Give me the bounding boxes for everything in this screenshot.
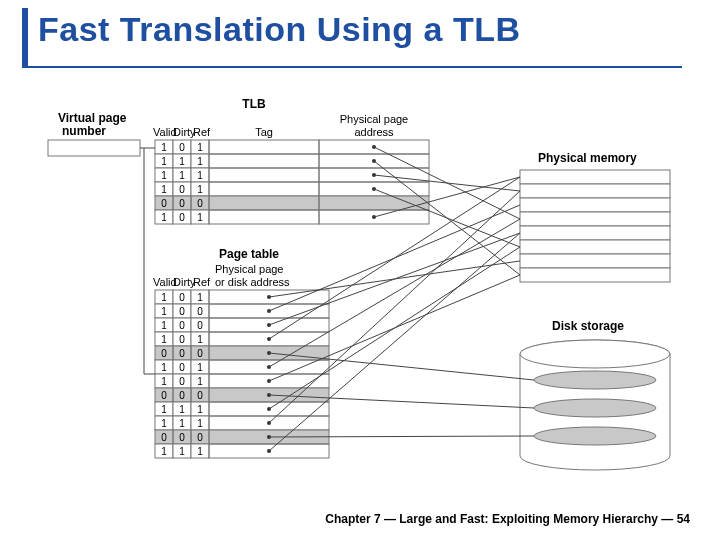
svg-text:Ref: Ref: [193, 126, 211, 138]
svg-text:1: 1: [161, 446, 167, 457]
svg-text:1: 1: [197, 292, 203, 303]
svg-text:0: 0: [179, 348, 185, 359]
svg-text:1: 1: [197, 376, 203, 387]
svg-text:Disk storage: Disk storage: [552, 319, 624, 333]
svg-text:1: 1: [179, 418, 185, 429]
svg-text:or disk address: or disk address: [215, 276, 290, 288]
svg-text:1: 1: [197, 334, 203, 345]
svg-rect-0: [48, 140, 140, 156]
svg-text:Tag: Tag: [255, 126, 273, 138]
svg-text:0: 0: [197, 198, 203, 209]
svg-text:0: 0: [161, 390, 167, 401]
svg-text:1: 1: [179, 156, 185, 167]
svg-text:1: 1: [197, 184, 203, 195]
svg-rect-37: [209, 182, 319, 196]
svg-text:1: 1: [161, 156, 167, 167]
svg-text:1: 1: [197, 142, 203, 153]
svg-text:0: 0: [179, 376, 185, 387]
svg-text:1: 1: [179, 170, 185, 181]
svg-text:1: 1: [161, 334, 167, 345]
svg-text:1: 1: [179, 446, 185, 457]
svg-rect-166: [520, 240, 670, 254]
svg-text:0: 0: [179, 212, 185, 223]
svg-text:address: address: [354, 126, 394, 138]
svg-text:0: 0: [197, 390, 203, 401]
svg-text:1: 1: [161, 306, 167, 317]
svg-text:Ref: Ref: [193, 276, 211, 288]
svg-text:1: 1: [161, 376, 167, 387]
svg-text:1: 1: [197, 446, 203, 457]
svg-text:1: 1: [161, 170, 167, 181]
svg-text:Physical memory: Physical memory: [538, 151, 637, 165]
svg-rect-56: [209, 210, 319, 224]
svg-text:number: number: [62, 124, 106, 138]
svg-point-171: [520, 340, 670, 368]
svg-text:Physical page: Physical page: [340, 113, 409, 125]
tlb-diagram: Virtual pagenumberTLBValidDirtyRefTagPhy…: [0, 0, 720, 540]
svg-text:0: 0: [179, 334, 185, 345]
svg-text:0: 0: [179, 292, 185, 303]
svg-text:1: 1: [197, 404, 203, 415]
svg-rect-164: [520, 212, 670, 226]
svg-rect-162: [520, 184, 670, 198]
svg-text:1: 1: [161, 418, 167, 429]
svg-rect-167: [520, 254, 670, 268]
svg-text:0: 0: [161, 432, 167, 443]
svg-text:1: 1: [197, 212, 203, 223]
svg-text:0: 0: [179, 390, 185, 401]
svg-rect-13: [209, 140, 319, 154]
svg-point-173: [534, 399, 656, 417]
svg-text:0: 0: [197, 348, 203, 359]
slide-footer: Chapter 7 — Large and Fast: Exploiting M…: [0, 512, 690, 526]
svg-rect-21: [209, 154, 319, 168]
svg-rect-165: [520, 226, 670, 240]
svg-text:1: 1: [197, 170, 203, 181]
svg-text:1: 1: [161, 184, 167, 195]
svg-text:0: 0: [179, 306, 185, 317]
svg-text:0: 0: [197, 432, 203, 443]
svg-text:0: 0: [197, 320, 203, 331]
svg-text:1: 1: [161, 404, 167, 415]
svg-text:1: 1: [161, 142, 167, 153]
svg-text:0: 0: [179, 432, 185, 443]
svg-text:1: 1: [197, 156, 203, 167]
svg-point-172: [534, 371, 656, 389]
svg-line-190: [269, 233, 520, 325]
svg-text:Virtual page: Virtual page: [58, 111, 127, 125]
svg-rect-163: [520, 198, 670, 212]
svg-text:1: 1: [197, 418, 203, 429]
svg-text:1: 1: [161, 292, 167, 303]
svg-rect-168: [520, 268, 670, 282]
svg-point-174: [534, 427, 656, 445]
svg-rect-48: [209, 196, 319, 210]
svg-text:0: 0: [179, 142, 185, 153]
svg-text:0: 0: [179, 362, 185, 373]
svg-rect-161: [520, 170, 670, 184]
svg-rect-29: [209, 168, 319, 182]
svg-text:0: 0: [161, 198, 167, 209]
svg-text:0: 0: [197, 306, 203, 317]
svg-text:0: 0: [179, 198, 185, 209]
svg-text:Physical page: Physical page: [215, 263, 284, 275]
svg-text:1: 1: [161, 362, 167, 373]
svg-text:Page table: Page table: [219, 247, 279, 261]
svg-text:0: 0: [179, 184, 185, 195]
svg-text:1: 1: [161, 212, 167, 223]
svg-rect-49: [319, 196, 429, 210]
svg-text:TLB: TLB: [242, 97, 266, 111]
svg-text:0: 0: [161, 348, 167, 359]
svg-text:1: 1: [179, 404, 185, 415]
svg-text:0: 0: [179, 320, 185, 331]
svg-text:1: 1: [161, 320, 167, 331]
svg-text:1: 1: [197, 362, 203, 373]
